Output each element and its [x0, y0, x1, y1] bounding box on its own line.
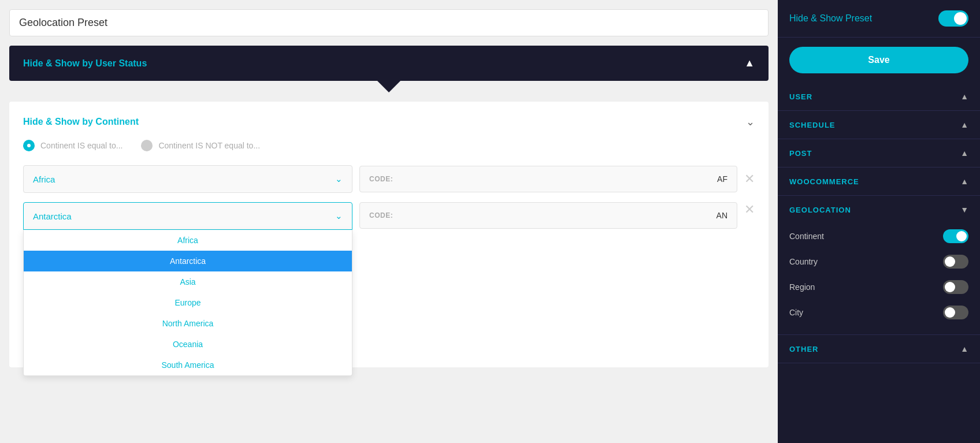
geo-region-label: Region [789, 282, 815, 292]
radio-is-not-equal-label: Continent IS NOT equal to... [158, 141, 260, 150]
radio-is-not-equal[interactable]: Continent IS NOT equal to... [141, 140, 260, 151]
country-toggle[interactable] [943, 255, 968, 269]
user-status-chevron: ▲ [744, 57, 755, 69]
sidebar-header-title: Hide & Show Preset [789, 13, 872, 24]
radio-is-not-equal-circle [141, 140, 153, 151]
sidebar-header: Hide & Show Preset [778, 0, 980, 38]
geo-item-country: Country [789, 249, 968, 274]
post-section-header[interactable]: POST ▲ [778, 139, 980, 167]
dropdown-item-africa[interactable]: Africa [24, 230, 352, 251]
row-antarctica: Antarctica ⌄ Africa Antarctica Asia Euro… [23, 202, 755, 230]
user-chevron-icon: ▲ [960, 92, 968, 101]
main-content: Hide & Show by User Status ▲ Hide & Show… [0, 0, 778, 443]
continent-collapse-btn[interactable]: ⌄ [746, 116, 755, 128]
region-toggle[interactable] [943, 280, 968, 294]
city-toggle[interactable] [943, 306, 968, 319]
antarctica-code-value: AN [717, 211, 727, 220]
geo-item-continent: Continent [789, 224, 968, 249]
other-section-header[interactable]: OTHER ▲ [778, 335, 980, 363]
continent-header: Hide & Show by Continent ⌄ [23, 116, 755, 128]
section-triangle [9, 81, 769, 92]
geo-city-label: City [789, 308, 803, 317]
dropdown-item-asia[interactable]: Asia [24, 271, 352, 292]
geolocation-section-label: GEOLOCATION [789, 206, 851, 214]
schedule-section-label: SCHEDULE [789, 121, 836, 129]
sidebar: Hide & Show Preset Save USER ▲ SCHEDULE … [778, 0, 980, 443]
dropdown-item-antarctica[interactable]: Antarctica [24, 251, 352, 271]
antarctica-remove-btn[interactable]: ✕ [744, 202, 755, 217]
dropdown-item-europe[interactable]: Europe [24, 292, 352, 313]
geolocation-items: Continent Country Region City [778, 224, 980, 334]
continent-panel: Hide & Show by Continent ⌄ Continent IS … [9, 102, 769, 367]
other-chevron-icon: ▲ [960, 344, 968, 353]
schedule-chevron-icon: ▲ [960, 120, 968, 129]
geo-item-city: City [789, 300, 968, 325]
geo-country-label: Country [789, 257, 818, 266]
sidebar-section-post: POST ▲ [778, 139, 980, 167]
post-section-label: POST [789, 149, 812, 158]
sidebar-section-other: OTHER ▲ [778, 335, 980, 363]
post-chevron-icon: ▲ [960, 148, 968, 158]
woocommerce-section-label: WOOCOMMERCE [789, 177, 859, 186]
africa-code-field: CODE: AF [359, 166, 737, 192]
other-section-label: OTHER [789, 345, 819, 353]
title-input[interactable] [9, 9, 769, 36]
preset-toggle[interactable] [938, 10, 968, 27]
sidebar-section-woocommerce: WOOCOMMERCE ▲ [778, 167, 980, 196]
continent-toggle[interactable] [943, 229, 968, 243]
geo-continent-label: Continent [789, 232, 824, 241]
geolocation-chevron-icon: ▼ [960, 205, 968, 214]
sidebar-section-user: USER ▲ [778, 83, 980, 111]
woocommerce-chevron-icon: ▲ [960, 177, 968, 186]
save-button[interactable]: Save [789, 47, 968, 73]
dropdown-item-south-america[interactable]: South America [24, 355, 352, 375]
radio-is-equal-label: Continent IS equal to... [40, 141, 122, 150]
antarctica-select-wrapper: Antarctica ⌄ Africa Antarctica Asia Euro… [23, 202, 352, 230]
antarctica-select[interactable]: Antarctica ⌄ [23, 202, 352, 230]
antarctica-code-field: CODE: AN [359, 202, 737, 229]
sidebar-section-geolocation: GEOLOCATION ▼ Continent Country Region C… [778, 196, 980, 335]
woocommerce-section-header[interactable]: WOOCOMMERCE ▲ [778, 167, 980, 195]
africa-code-value: AF [717, 174, 727, 184]
dropdown-item-north-america[interactable]: North America [24, 313, 352, 334]
geolocation-section-header[interactable]: GEOLOCATION ▼ [778, 196, 980, 224]
africa-remove-btn[interactable]: ✕ [744, 172, 755, 187]
svg-point-0 [27, 144, 31, 147]
radio-is-equal-circle [23, 140, 35, 151]
row-africa: Africa ⌄ CODE: AF ✕ [23, 165, 755, 193]
continent-title: Hide & Show by Continent [23, 117, 139, 127]
geo-item-region: Region [789, 274, 968, 300]
continent-dropdown-list: Africa Antarctica Asia Europe North Amer… [23, 230, 352, 376]
user-section-label: USER [789, 92, 812, 101]
schedule-section-header[interactable]: SCHEDULE ▲ [778, 111, 980, 139]
antarctica-code-label: CODE: [369, 211, 393, 219]
radio-options: Continent IS equal to... Continent IS NO… [23, 140, 755, 151]
user-status-title: Hide & Show by User Status [23, 58, 147, 69]
africa-select[interactable]: Africa ⌄ [23, 165, 352, 193]
user-section-header[interactable]: USER ▲ [778, 83, 980, 110]
radio-is-equal[interactable]: Continent IS equal to... [23, 140, 122, 151]
sidebar-section-schedule: SCHEDULE ▲ [778, 111, 980, 139]
dropdown-item-oceania[interactable]: Oceania [24, 334, 352, 355]
user-status-header[interactable]: Hide & Show by User Status ▲ [9, 46, 769, 81]
africa-code-label: CODE: [369, 175, 393, 183]
